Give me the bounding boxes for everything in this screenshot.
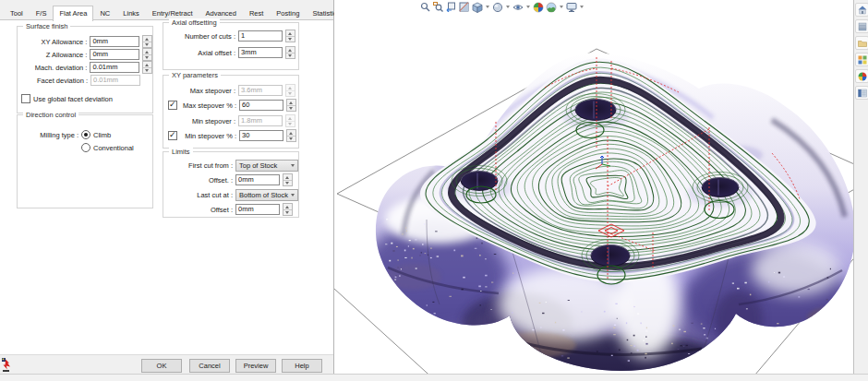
tab-posting[interactable]: Posting [270,6,306,20]
appearances-scenes-icon[interactable] [855,69,868,83]
surface-finish-group: Surface finish XY Allowance : 0mm Z Allo… [17,26,153,113]
section-view-icon[interactable] [458,1,470,13]
xy-allowance-stepper[interactable] [142,35,152,48]
view-palette-icon[interactable] [855,53,868,66]
axial-offset-stepper[interactable] [285,46,295,59]
first-offset-label: Offset. : [163,176,235,185]
min-stepover-label: Min stepover : [163,117,238,125]
custom-properties-icon[interactable] [855,86,868,100]
edit-appearance-icon[interactable] [532,1,544,13]
view-settings-icon[interactable] [565,1,577,13]
group-title: Axial offsetting [169,18,220,27]
dialog-tab-bar: Tool F/S Flat Area NC Links Entry/Retrac… [4,4,332,20]
first-offset-input[interactable]: 0mm [235,174,280,185]
hide-show-items-caret-icon[interactable] [524,1,531,13]
hide-show-items-icon[interactable] [512,1,524,13]
z-allowance-input[interactable]: 0mm [90,49,139,60]
first-cut-from-label: First cut from : [163,161,235,170]
last-offset-stepper[interactable] [283,203,293,216]
rebuild-flag-icon [2,358,11,373]
previous-view-icon[interactable] [445,1,457,13]
last-cut-at-label: Last cut at : [163,191,235,199]
milling-type-climb-label: Climb [93,131,111,139]
tab-flat-area[interactable]: Flat Area [53,6,93,21]
number-of-cuts-label: Number of cuts : [163,32,238,41]
view-orientation-caret-icon[interactable] [484,1,490,13]
max-stepover-label: Max stepover : [163,87,238,95]
solidworks-resources-icon[interactable] [855,3,868,17]
view-settings-caret-icon[interactable] [578,1,585,13]
max-stepover-pct-checkbox[interactable] [168,101,177,110]
direction-control-group: Direction control Milling type : Climb C… [17,114,153,208]
max-stepover-pct-input[interactable]: 60 [239,100,283,111]
dialog-button-bar: OK Cancel Preview Help [0,354,333,375]
mach-deviation-stepper[interactable] [142,61,152,74]
max-stepover-stepper [285,84,295,97]
first-offset-stepper[interactable] [283,173,293,186]
group-title: XY parameters [169,71,221,79]
first-cut-from-select[interactable]: Top of Stock [235,160,298,172]
number-of-cuts-stepper[interactable] [285,30,295,42]
xy-allowance-label: XY Allowance : [18,38,90,46]
max-stepover-input: 3.6mm [238,85,283,96]
milling-type-conventional-label: Conventional [93,144,134,152]
axial-offset-label: Axial offset : [163,49,238,57]
axial-offset-input[interactable]: 3mm [238,47,283,58]
preview-button[interactable]: Preview [235,359,276,373]
use-global-facet-deviation-label: Use global facet deviation [33,95,113,103]
status-bar [0,374,868,381]
facet-deviation-label: Facet deviation : [18,77,90,85]
min-stepover-pct-checkbox[interactable] [168,131,177,140]
view-orientation-icon[interactable] [471,1,483,13]
last-offset-input[interactable]: 0mm [235,204,280,215]
tab-fs[interactable]: F/S [30,6,54,20]
mach-deviation-input[interactable]: 0.01mm [90,62,139,73]
max-stepover-pct-stepper[interactable] [286,99,296,112]
zoom-to-area-icon[interactable] [432,1,444,13]
display-style-caret-icon[interactable] [504,1,511,13]
tab-tool[interactable]: Tool [4,6,30,20]
max-stepover-pct-label: Max stepover % : [177,101,239,110]
heads-up-view-toolbar [419,1,585,13]
min-stepover-input: 1.8mm [238,115,283,126]
xy-allowance-input[interactable]: 0mm [90,36,139,47]
min-stepover-pct-input[interactable]: 30 [239,130,283,141]
axial-offsetting-group: Axial offsetting Number of cuts : 1 Axia… [163,22,299,70]
task-pane [853,0,868,375]
min-stepover-pct-stepper[interactable] [286,129,296,142]
operation-parameters-dialog: Tool F/S Flat Area NC Links Entry/Retrac… [0,0,334,381]
viewport-3d-scene[interactable] [334,0,854,375]
milling-type-label: Milling type : [18,131,81,139]
min-stepover-pct-label: Min stepover % : [177,132,239,140]
file-explorer-icon[interactable] [855,36,868,50]
milling-type-conventional-radio[interactable] [81,143,90,152]
help-button[interactable]: Help [282,359,322,373]
design-library-icon[interactable] [855,19,868,33]
limits-group: Limits First cut from : Top of Stock Off… [163,151,299,218]
number-of-cuts-input[interactable]: 1 [238,30,283,42]
tab-page-flat-area: Surface finish XY Allowance : 0mm Z Allo… [0,19,333,355]
zoom-to-fit-icon[interactable] [419,1,431,13]
mach-deviation-label: Mach. deviation : [18,64,90,72]
use-global-facet-deviation-checkbox[interactable] [21,94,30,103]
apply-scene-caret-icon[interactable] [558,1,564,13]
graphics-viewport[interactable] [334,0,854,375]
group-title: Direction control [23,111,78,119]
group-title: Limits [169,148,193,156]
apply-scene-icon[interactable] [545,1,557,13]
app-window: { "dialog": { "tabs": ["Tool","F/S","Fla… [0,0,868,381]
cancel-button[interactable]: Cancel [189,359,230,373]
last-cut-at-select[interactable]: Bottom of Stock [235,189,298,201]
tab-rest[interactable]: Rest [243,6,270,20]
tab-nc[interactable]: NC [93,6,116,20]
milling-type-climb-radio[interactable] [81,130,90,139]
z-allowance-stepper[interactable] [142,48,152,61]
min-stepover-stepper [285,114,295,127]
last-offset-label: Offset : [163,206,235,214]
z-allowance-label: Z Allowance : [18,51,90,59]
display-style-icon[interactable] [491,1,503,13]
group-title: Surface finish [23,22,70,30]
xy-parameters-group: XY parameters Max stepover : 3.6mm Max s… [163,75,299,149]
tab-links[interactable]: Links [116,6,146,20]
ok-button[interactable]: OK [141,359,182,373]
